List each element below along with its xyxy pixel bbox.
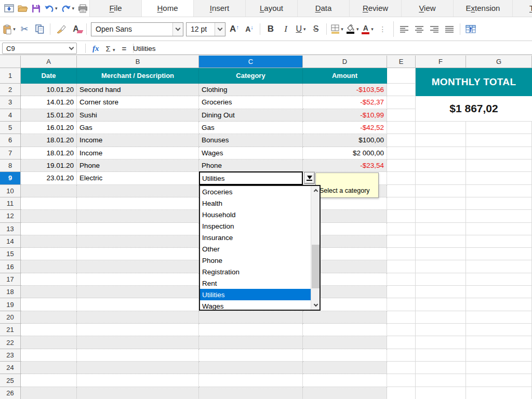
cell-A21[interactable] [21, 324, 77, 336]
cell-E20[interactable] [387, 311, 416, 324]
cell-C23[interactable] [199, 349, 303, 362]
cell-E17[interactable] [387, 273, 416, 286]
undo-dropdown-caret[interactable]: ▾ [55, 6, 58, 11]
row-header-16[interactable]: 16 [0, 260, 21, 273]
cell-B18[interactable] [77, 286, 199, 298]
col-header-A[interactable]: A [21, 56, 77, 68]
cell-B25[interactable] [77, 374, 199, 387]
active-cell-c9[interactable]: Utilities [199, 171, 303, 185]
cell-E24[interactable] [387, 362, 416, 374]
cell-A15[interactable] [21, 248, 77, 260]
row-header-4[interactable]: 4 [0, 109, 21, 122]
align-left-button[interactable] [398, 21, 410, 37]
cell-A26[interactable] [21, 387, 77, 399]
cell-A18[interactable] [21, 286, 77, 298]
cell-D23[interactable] [303, 349, 387, 362]
cell-D8[interactable]: -$23,54 [303, 159, 387, 172]
cell-E4[interactable] [387, 109, 416, 122]
cell-G10[interactable] [466, 185, 532, 197]
cell-E18[interactable] [387, 286, 416, 298]
row-header-2[interactable]: 2 [0, 84, 21, 96]
cell-E10[interactable] [387, 185, 416, 197]
dropdown-item-groceries[interactable]: Groceries [200, 186, 311, 197]
hide-menubar-button[interactable] [4, 2, 14, 15]
cell-C22[interactable] [199, 336, 303, 349]
cell-G21[interactable] [466, 324, 532, 336]
underline-button[interactable]: U ▾ [295, 21, 307, 37]
paste-dropdown-caret[interactable]: ▾ [13, 26, 16, 32]
cell-E15[interactable] [387, 248, 416, 260]
cell-F15[interactable] [416, 248, 466, 260]
cell-B22[interactable] [77, 336, 199, 349]
function-wizard-button[interactable]: fx [92, 44, 99, 53]
cell-A16[interactable] [21, 260, 77, 273]
row-header-7[interactable]: 7 [0, 147, 21, 159]
justify-button[interactable] [443, 21, 456, 37]
row-header-25[interactable]: 25 [0, 374, 21, 387]
cell-C3[interactable]: Groceries [199, 96, 303, 109]
cell-B2[interactable]: Second hand [77, 84, 199, 96]
cell-F24[interactable] [416, 362, 466, 374]
cell-G23[interactable] [466, 349, 532, 362]
cell-A4[interactable]: 15.01.20 [21, 109, 77, 122]
clone-formatting-button[interactable] [55, 21, 67, 37]
row-header-19[interactable]: 19 [0, 298, 21, 311]
menu-tab-layout[interactable]: Layout [245, 0, 297, 17]
cell-A17[interactable] [21, 273, 77, 286]
cell-A20[interactable] [21, 311, 77, 324]
menu-tab-data[interactable]: Data [297, 0, 349, 17]
cell-D1[interactable]: Amount [303, 68, 387, 84]
row-header-18[interactable]: 18 [0, 286, 21, 298]
cell-C5[interactable]: Gas [199, 122, 303, 134]
cell-F21[interactable] [416, 324, 466, 336]
cell-C21[interactable] [199, 324, 303, 336]
row-header-1[interactable]: 1 [0, 68, 21, 84]
cell-B24[interactable] [77, 362, 199, 374]
cell-B14[interactable] [77, 235, 199, 248]
row-header-21[interactable]: 21 [0, 324, 21, 336]
cell-F18[interactable] [416, 286, 466, 298]
cell-F11[interactable] [416, 197, 466, 210]
cell-F13[interactable] [416, 223, 466, 235]
cell-G15[interactable] [466, 248, 532, 260]
name-box[interactable]: C9 [2, 43, 77, 54]
dropdown-item-rent[interactable]: Rent [200, 277, 311, 289]
cell-E9[interactable] [387, 172, 416, 184]
cell-D22[interactable] [303, 336, 387, 349]
cell-A1[interactable]: Date [21, 68, 77, 84]
cell-E11[interactable] [387, 197, 416, 210]
cell-C20[interactable] [199, 311, 303, 324]
cell-F8[interactable] [416, 159, 466, 172]
row-header-11[interactable]: 11 [0, 197, 21, 210]
cell-B3[interactable]: Corner store [77, 96, 199, 109]
toolbar-overflow-button[interactable]: ⋮ [377, 21, 389, 37]
font-name-combobox[interactable]: Open Sans [91, 22, 183, 36]
cell-B23[interactable] [77, 349, 199, 362]
cell-D20[interactable] [303, 311, 387, 324]
cell-D3[interactable]: -$52,37 [303, 96, 387, 109]
row-header-3[interactable]: 3 [0, 96, 21, 109]
cell-G25[interactable] [466, 374, 532, 387]
save-button[interactable] [32, 2, 41, 15]
cell-E25[interactable] [387, 374, 416, 387]
redo-button[interactable]: ▾ [61, 2, 75, 15]
cell-F7[interactable] [416, 147, 466, 159]
dropdown-item-other[interactable]: Other [200, 243, 311, 255]
cell-B16[interactable] [77, 260, 199, 273]
background-color-button[interactable]: ▾ [346, 21, 359, 37]
cell-A8[interactable]: 19.01.20 [21, 159, 77, 172]
cell-D7[interactable]: $2 000,00 [303, 147, 387, 159]
cell-E3[interactable] [387, 96, 416, 109]
menu-tab-insert[interactable]: Insert [193, 0, 245, 17]
cell-F20[interactable] [416, 311, 466, 324]
cell-G24[interactable] [466, 362, 532, 374]
strikethrough-button[interactable]: S [310, 21, 322, 37]
font-color-button[interactable]: A ▾ [362, 21, 374, 37]
col-header-F[interactable]: F [416, 56, 466, 68]
cell-B10[interactable] [77, 185, 199, 197]
cell-B15[interactable] [77, 248, 199, 260]
cell-G8[interactable] [466, 159, 532, 172]
menu-tab-review[interactable]: Review [349, 0, 401, 17]
undo-button[interactable]: ▾ [44, 2, 58, 15]
dropdown-item-insurance[interactable]: Insurance [200, 232, 311, 243]
